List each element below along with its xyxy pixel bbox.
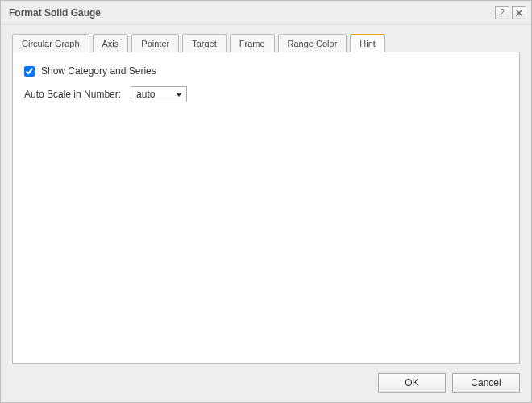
row-auto-scale: Auto Scale in Number: auto: [24, 86, 508, 102]
tab-axis[interactable]: Axis: [93, 34, 129, 52]
tab-frame[interactable]: Frame: [230, 34, 275, 52]
show-category-checkbox[interactable]: [24, 66, 35, 77]
row-show-category: Show Category and Series: [24, 65, 508, 77]
tab-label: Pointer: [141, 39, 169, 48]
titlebar: Format Solid Gauge ?: [1, 1, 531, 25]
auto-scale-label: Auto Scale in Number:: [24, 89, 121, 100]
tab-label: Axis: [102, 39, 119, 48]
tabstrip: Circular Graph Axis Pointer Target Frame…: [12, 33, 520, 52]
tab-hint[interactable]: Hint: [350, 34, 385, 52]
help-button[interactable]: ?: [495, 6, 509, 19]
auto-scale-select[interactable]: auto: [131, 86, 187, 102]
cancel-button[interactable]: Cancel: [452, 373, 520, 393]
tabpanel-hint: Show Category and Series Auto Scale in N…: [12, 52, 520, 364]
tab-label: Circular Graph: [22, 39, 80, 48]
ok-button[interactable]: OK: [378, 373, 446, 393]
dialog-footer: OK Cancel: [1, 364, 531, 402]
show-category-label[interactable]: Show Category and Series: [41, 65, 156, 77]
auto-scale-select-wrap: auto: [131, 86, 187, 102]
tab-circular-graph[interactable]: Circular Graph: [12, 34, 89, 52]
tab-label: Target: [192, 39, 217, 48]
dialog-title: Format Solid Gauge: [9, 7, 493, 19]
tab-target[interactable]: Target: [182, 34, 227, 52]
tab-label: Frame: [239, 39, 265, 48]
format-solid-gauge-dialog: Format Solid Gauge ? Circular Graph Axis…: [0, 0, 532, 403]
help-icon: ?: [500, 8, 505, 17]
close-button[interactable]: [512, 6, 526, 19]
tab-pointer[interactable]: Pointer: [131, 34, 179, 52]
dialog-body: Circular Graph Axis Pointer Target Frame…: [1, 25, 531, 364]
tab-range-color[interactable]: Range Color: [278, 34, 347, 52]
tab-label: Hint: [360, 39, 376, 48]
close-icon: [516, 10, 522, 16]
tab-label: Range Color: [288, 39, 338, 48]
